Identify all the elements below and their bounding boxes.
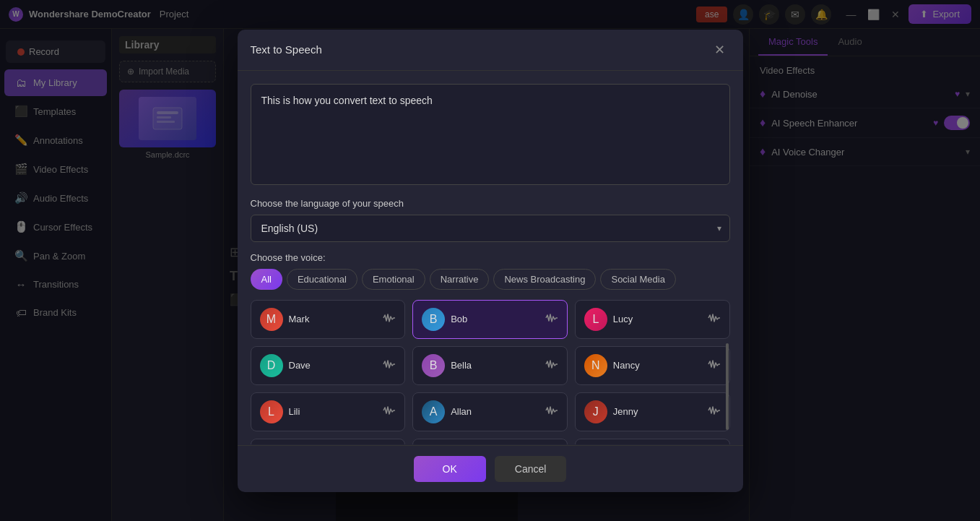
voice-card-dave[interactable]: DDave <box>251 346 406 385</box>
voice-name-lili: Lili <box>289 406 378 417</box>
voice-label: Choose the voice: <box>251 252 730 263</box>
voice-wave-icon-jenny[interactable] <box>708 405 721 418</box>
voice-avatar-lili: L <box>260 400 283 423</box>
voice-card-mark[interactable]: MMark <box>251 300 406 339</box>
tts-modal: Text to Speech ✕ This is how you convert… <box>238 30 743 492</box>
voice-tabs: All Educational Emotional Narrative News… <box>251 269 730 290</box>
voice-avatar-lucy: L <box>584 308 607 331</box>
voice-wave-icon-lucy[interactable] <box>708 313 721 325</box>
voice-card-jason[interactable]: JJason <box>251 439 406 444</box>
voice-tab-emotional[interactable]: Emotional <box>362 269 425 290</box>
voice-tab-news-broadcasting[interactable]: News Broadcasting <box>493 269 596 290</box>
voice-wave-icon-bob[interactable] <box>545 313 558 325</box>
voice-card-ryan-kurk[interactable]: RRyan Kurk <box>575 439 730 444</box>
voice-card-bob[interactable]: BBob <box>412 300 568 339</box>
voice-tab-narrative[interactable]: Narrative <box>430 269 490 290</box>
voice-card-lucy[interactable]: LLucy <box>575 300 730 339</box>
voice-card-alex[interactable]: AAlex <box>412 439 568 444</box>
language-select[interactable]: English (US) <box>251 215 730 242</box>
voice-name-allan: Allan <box>451 406 539 417</box>
voice-tab-educational[interactable]: Educational <box>287 269 357 290</box>
voice-avatar-allan: A <box>422 400 445 423</box>
voice-tab-all[interactable]: All <box>251 269 282 290</box>
scrollbar-thumb[interactable] <box>726 343 729 430</box>
voice-name-dave: Dave <box>289 360 378 371</box>
modal-footer: OK Cancel <box>238 445 743 492</box>
voice-wave-icon-bella[interactable] <box>545 359 558 371</box>
voice-card-lili[interactable]: LLili <box>251 392 406 431</box>
language-select-wrapper: English (US) ▾ <box>251 215 730 242</box>
voice-wave-icon-allan[interactable] <box>545 405 558 418</box>
voice-avatar-nancy: N <box>584 354 607 377</box>
voice-wave-icon-mark[interactable] <box>383 313 396 325</box>
ok-button[interactable]: OK <box>414 456 486 482</box>
voice-avatar-jenny: J <box>584 400 607 423</box>
voice-avatar-bella: B <box>422 354 445 377</box>
cancel-button[interactable]: Cancel <box>495 456 567 482</box>
voice-name-bella: Bella <box>451 360 539 371</box>
voice-name-bob: Bob <box>451 314 539 324</box>
modal-body: This is how you convert text to speech C… <box>238 71 743 445</box>
modal-close-button[interactable]: ✕ <box>710 40 730 60</box>
voice-card-allan[interactable]: AAllan <box>412 392 568 431</box>
tts-text-input[interactable]: This is how you convert text to speech <box>251 84 730 185</box>
voice-grid: MMarkBBobLLucyDDaveBBellaNNancyLLiliAAll… <box>251 300 730 444</box>
voice-tab-social-media[interactable]: Social Media <box>600 269 675 290</box>
modal-overlay: Text to Speech ✕ This is how you convert… <box>0 0 980 521</box>
voice-card-nancy[interactable]: NNancy <box>575 346 730 385</box>
voice-wave-icon-nancy[interactable] <box>708 359 721 371</box>
modal-title: Text to Speech <box>251 43 322 56</box>
voice-wave-icon-dave[interactable] <box>383 359 396 371</box>
voice-card-jenny[interactable]: JJenny <box>575 392 730 431</box>
voice-avatar-bob: B <box>422 308 445 331</box>
voice-wave-icon-lili[interactable] <box>383 405 396 418</box>
voice-name-mark: Mark <box>289 314 378 324</box>
voice-avatar-mark: M <box>260 308 283 331</box>
language-label: Choose the language of your speech <box>251 198 730 209</box>
modal-header: Text to Speech ✕ <box>238 30 743 71</box>
voice-name-nancy: Nancy <box>613 360 702 371</box>
voice-card-bella[interactable]: BBella <box>412 346 568 385</box>
voice-avatar-dave: D <box>260 354 283 377</box>
voice-name-jenny: Jenny <box>613 406 702 417</box>
voice-name-lucy: Lucy <box>613 314 702 324</box>
